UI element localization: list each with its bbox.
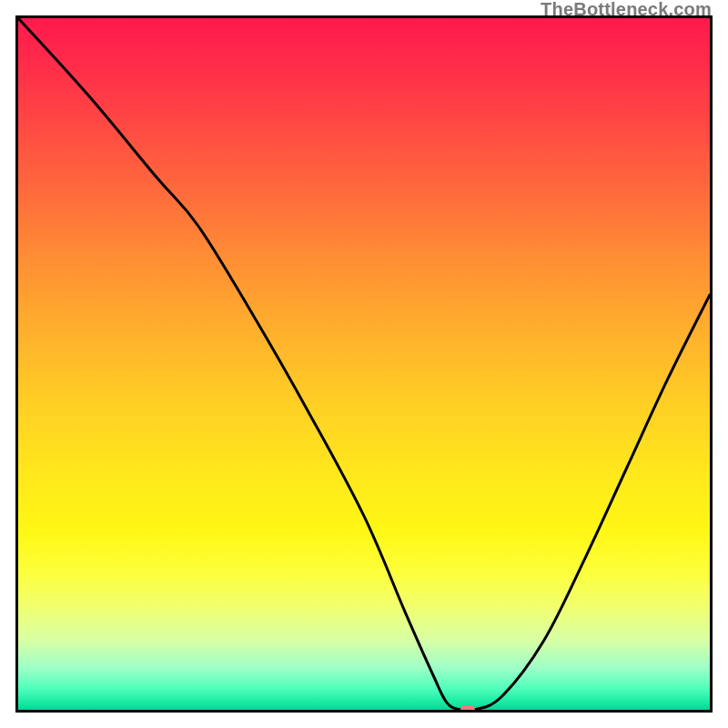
- chart-container: TheBottleneck.com: [0, 0, 728, 728]
- optimum-marker: [460, 705, 476, 713]
- bottleneck-curve: [18, 18, 710, 710]
- plot-area: [15, 15, 713, 713]
- curve-svg: [18, 18, 710, 710]
